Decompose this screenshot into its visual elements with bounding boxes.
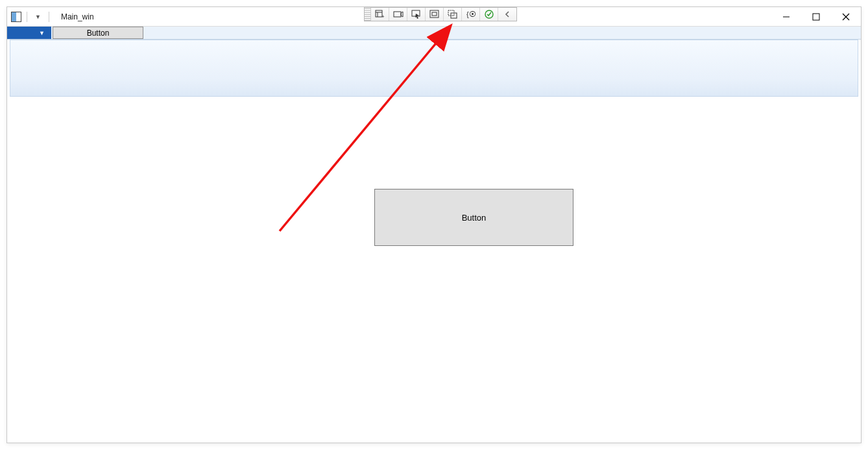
minimize-button[interactable]: [771, 7, 801, 26]
ribbon-panel: [10, 40, 858, 97]
collapse-left-icon[interactable]: [498, 8, 516, 21]
window-title: Main_win: [61, 12, 94, 21]
window-controls: [771, 7, 861, 26]
pointer-icon[interactable]: [407, 8, 426, 21]
svg-marker-5: [401, 12, 403, 17]
svg-rect-4: [394, 12, 401, 17]
canvas-button-label: Button: [462, 213, 487, 223]
ribbon-button[interactable]: Button: [53, 27, 143, 39]
svg-text:+: +: [381, 14, 385, 19]
qat-dropdown[interactable]: ▼: [32, 14, 43, 20]
check-ok-icon[interactable]: [480, 8, 498, 21]
file-tab[interactable]: ▼: [7, 27, 51, 39]
design-canvas[interactable]: Button: [7, 97, 861, 443]
svg-rect-9: [432, 12, 437, 16]
canvas-button[interactable]: Button: [374, 189, 573, 246]
quick-access-area: ▼ Main_win: [7, 12, 94, 22]
toolbar-grip[interactable]: [365, 8, 371, 21]
app-icon: [11, 12, 21, 22]
chevron-down-icon: ▼: [39, 30, 45, 36]
maximize-button[interactable]: [801, 7, 831, 26]
ribbon-tab-row: ▼ Button: [7, 27, 861, 40]
separator: [49, 12, 49, 22]
ribbon-button-label: Button: [87, 29, 110, 38]
svg-rect-8: [430, 10, 439, 18]
svg-text:{⦿}: {⦿}: [466, 10, 476, 18]
separator: [27, 12, 27, 22]
camera-icon[interactable]: [389, 8, 407, 21]
designer-toolbar: + {⦿}: [364, 7, 517, 21]
add-layout-icon[interactable]: +: [371, 8, 389, 21]
close-button[interactable]: [831, 7, 861, 26]
container-icon[interactable]: [426, 8, 444, 21]
body: ▼ Button Button: [7, 27, 861, 443]
title-bar: ▼ Main_win + {⦿}: [7, 7, 861, 27]
group-select-icon[interactable]: [444, 8, 462, 21]
svg-rect-15: [813, 14, 819, 20]
binding-icon[interactable]: {⦿}: [462, 8, 480, 21]
designer-window: ▼ Main_win + {⦿}: [6, 6, 862, 443]
